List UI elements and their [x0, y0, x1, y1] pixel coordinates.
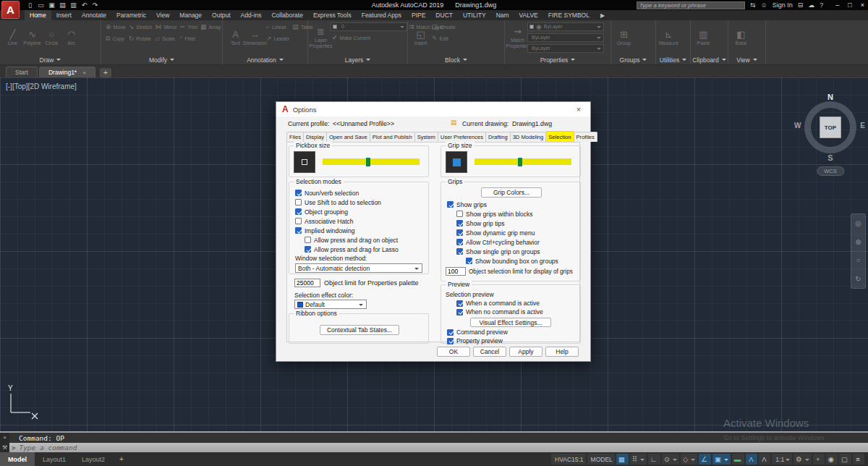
- layout-tab[interactable]: Layout1: [35, 452, 74, 466]
- measure-tool[interactable]: ⊾ Measure: [659, 21, 678, 54]
- close-icon[interactable]: ×: [82, 69, 86, 76]
- options-tab[interactable]: System: [414, 132, 438, 142]
- user-icon[interactable]: ☺: [760, 1, 767, 9]
- exchange-icon[interactable]: ⇆: [750, 1, 756, 9]
- panel-label[interactable]: Annotation: [223, 55, 307, 64]
- window-selection-method-select[interactable]: Both - Automatic detection: [295, 263, 422, 273]
- isolate-objects-icon[interactable]: +: [813, 454, 825, 465]
- ribbon-tab[interactable]: Manage: [174, 10, 207, 20]
- viewcube-east[interactable]: E: [860, 122, 865, 130]
- grip-limit-input[interactable]: [446, 267, 466, 276]
- close-icon[interactable]: ×: [3, 434, 7, 441]
- ribbon-tab[interactable]: DUCT: [430, 10, 458, 20]
- ribbon-tab[interactable]: Annotate: [77, 10, 111, 20]
- panel-label[interactable]: Clipboard: [691, 55, 728, 64]
- checkbox[interactable]: [295, 208, 302, 215]
- viewcube-south[interactable]: S: [827, 153, 833, 162]
- ribbon-tab[interactable]: Express Tools: [308, 10, 357, 20]
- make-current-tool[interactable]: ✔ Make Current: [331, 32, 407, 43]
- ribbon-tab[interactable]: Insert: [51, 10, 77, 20]
- pickbox-size-slider[interactable]: [323, 158, 420, 165]
- cart-icon[interactable]: ⊟: [798, 1, 804, 9]
- circle-tool[interactable]: ○ Circle: [42, 21, 61, 54]
- customization-menu-icon[interactable]: ≡: [853, 454, 864, 465]
- checkbox[interactable]: [456, 300, 463, 307]
- checkbox[interactable]: [456, 211, 463, 217]
- checkbox[interactable]: [456, 239, 463, 245]
- lineweight-select[interactable]: ByLayer: [527, 33, 604, 42]
- signin-button[interactable]: Sign In: [773, 1, 793, 9]
- checkbox[interactable]: [295, 190, 302, 196]
- viewcube-north[interactable]: N: [827, 93, 833, 101]
- file-tab[interactable]: Drawing1* ×: [39, 67, 95, 77]
- command-input[interactable]: [19, 444, 250, 452]
- orbit-icon[interactable]: ↻: [855, 275, 861, 283]
- navigation-wheel-icon[interactable]: ◎: [855, 219, 861, 227]
- clean-screen-icon[interactable]: ▢: [839, 454, 851, 465]
- annotation-scale-badge[interactable]: HVAC15:1: [551, 454, 586, 465]
- grip-size-slider[interactable]: [475, 158, 571, 165]
- grip-colors-button[interactable]: Grip Colors...: [481, 187, 542, 198]
- zoom-icon[interactable]: ○: [856, 256, 860, 264]
- copy-tool[interactable]: ⧉ Copy: [104, 33, 127, 44]
- checkbox[interactable]: [447, 338, 454, 344]
- checkbox[interactable]: [447, 329, 454, 336]
- plot-icon[interactable]: ▥: [69, 1, 77, 9]
- a360-icon[interactable]: ☁: [808, 1, 814, 9]
- options-tab[interactable]: 3D Modeling: [510, 132, 547, 142]
- search-input[interactable]: [637, 1, 745, 9]
- layer-properties-tool[interactable]: ≣ Layer Properties: [311, 21, 331, 54]
- viewport-controls[interactable]: [-][Top][2D Wireframe]: [6, 82, 77, 90]
- contextual-tab-states-button[interactable]: Contextual Tab States...: [320, 325, 399, 335]
- grid-icon[interactable]: ▦: [616, 454, 629, 465]
- checkbox[interactable]: [295, 227, 302, 234]
- checkbox[interactable]: [295, 218, 302, 224]
- checkbox[interactable]: [295, 199, 302, 206]
- paste-tool[interactable]: ▥ Paste: [694, 21, 713, 54]
- ribbon-tab[interactable]: Add-ins: [236, 10, 267, 20]
- checkbox[interactable]: [456, 229, 463, 236]
- snap-icon[interactable]: ⠿: [630, 454, 647, 465]
- edit-block-tool[interactable]: ✎ Edit: [430, 33, 457, 44]
- layer-select[interactable]: 0: [331, 22, 407, 31]
- ok-button[interactable]: OK: [437, 347, 470, 357]
- new-drawing-button[interactable]: +: [100, 68, 111, 77]
- checkbox[interactable]: [456, 309, 463, 315]
- leader-tool[interactable]: ↗ Leader: [265, 33, 291, 44]
- saveas-icon[interactable]: ▤: [59, 1, 67, 9]
- options-tab[interactable]: Display: [303, 132, 327, 142]
- trim-tool[interactable]: ✂ Trim: [179, 21, 199, 33]
- panel-label[interactable]: Block: [408, 55, 504, 64]
- checkbox[interactable]: [456, 248, 463, 255]
- checkbox[interactable]: [305, 237, 311, 243]
- dialog-close-icon[interactable]: ×: [573, 105, 584, 114]
- insert-block-tool[interactable]: ◱ Insert: [411, 21, 430, 54]
- open-icon[interactable]: ▭: [37, 1, 45, 9]
- array-tool[interactable]: ▦ Array: [199, 21, 222, 33]
- match-properties-tool[interactable]: ⇝ Match Properties: [508, 21, 527, 54]
- stretch-tool[interactable]: ↘ Stretch: [127, 21, 154, 33]
- options-tab[interactable]: Open and Save: [326, 132, 370, 142]
- panel-label[interactable]: Properties: [505, 55, 610, 64]
- lineweight-icon[interactable]: ▬: [732, 454, 745, 465]
- visual-effect-settings-button[interactable]: Visual Effect Settings...: [470, 318, 551, 327]
- ribbon-tab[interactable]: Collaborate: [266, 10, 307, 20]
- ribbon-tab[interactable]: Featured Apps: [357, 10, 407, 20]
- object-color-select[interactable]: ◉ ByLayer: [527, 22, 604, 31]
- scale-tool[interactable]: ▱ Scale: [153, 33, 178, 44]
- object-limit-input[interactable]: [294, 279, 320, 287]
- ribbon-tab[interactable]: VALVE: [514, 10, 543, 20]
- autocad-logo[interactable]: A: [1, 1, 20, 19]
- workspace-gear-icon[interactable]: ⚙: [793, 454, 812, 465]
- line-tool[interactable]: ╱ Line: [3, 21, 22, 54]
- linetype-select[interactable]: ByLayer: [527, 44, 604, 53]
- checkbox[interactable]: [456, 220, 463, 226]
- customize-wrench-icon[interactable]: ⚒: [2, 444, 7, 451]
- layout-tab[interactable]: Layout2: [74, 452, 113, 466]
- slider-thumb[interactable]: [518, 158, 522, 166]
- panel-label[interactable]: View: [728, 55, 765, 64]
- graphics-performance-icon[interactable]: ◉: [826, 454, 838, 465]
- options-tab[interactable]: User Preferences: [438, 132, 486, 142]
- viewcube-west[interactable]: W: [794, 122, 801, 130]
- options-tab[interactable]: Selection: [545, 131, 574, 142]
